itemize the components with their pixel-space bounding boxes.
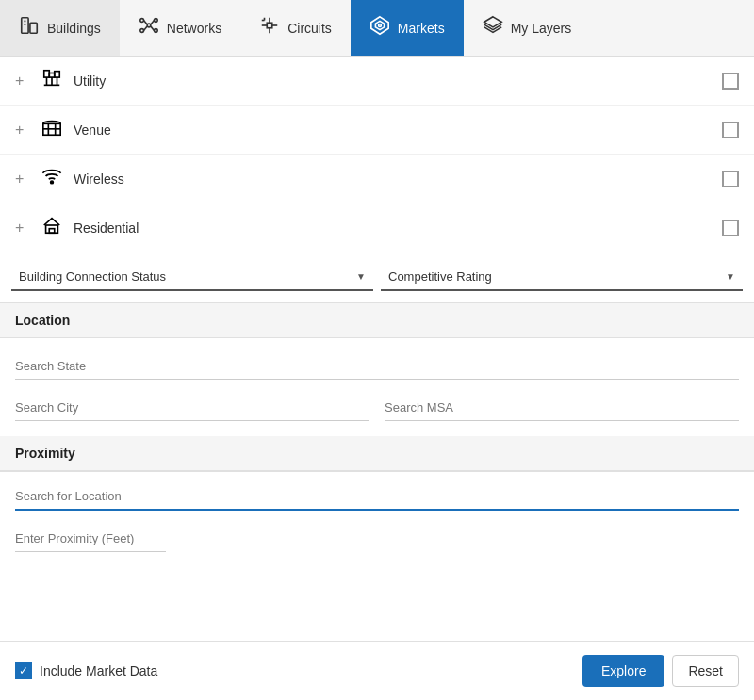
svg-rect-13 (267, 23, 272, 28)
search-state-input[interactable] (15, 353, 739, 380)
nav-my-layers-label: My Layers (511, 21, 572, 36)
connection-status-label: Building Connection Status (19, 269, 166, 284)
connection-status-dropdown[interactable]: Building Connection Status ▼ (11, 264, 373, 291)
location-section (0, 338, 754, 436)
svg-marker-20 (371, 17, 388, 34)
svg-rect-1 (30, 23, 37, 33)
footer-bar: ✓ Include Market Data Explore Reset (0, 641, 754, 700)
svg-line-10 (151, 21, 155, 25)
proximity-search-input[interactable] (15, 483, 739, 511)
svg-marker-21 (375, 21, 384, 29)
include-market-label[interactable]: ✓ Include Market Data (15, 662, 157, 679)
svg-point-7 (140, 29, 144, 33)
networks-icon (139, 15, 159, 41)
footer-buttons: Explore Reset (582, 655, 739, 687)
venue-checkbox[interactable] (722, 122, 739, 138)
svg-point-4 (147, 24, 151, 27)
category-residential-row[interactable]: + Residential (0, 203, 754, 252)
utility-label: Utility (74, 73, 722, 89)
svg-rect-24 (44, 71, 50, 77)
svg-line-12 (151, 26, 155, 31)
wireless-icon (41, 166, 62, 191)
buildings-icon (19, 15, 40, 41)
svg-point-5 (140, 19, 144, 23)
wireless-checkbox[interactable] (722, 171, 739, 187)
svg-rect-0 (22, 18, 28, 34)
categories-list: + Utility + Venue + (0, 57, 754, 252)
svg-point-8 (154, 29, 157, 33)
city-msa-row (15, 395, 739, 421)
nav-my-layers[interactable]: My Layers (464, 0, 591, 56)
search-msa-input[interactable] (385, 395, 739, 421)
competitive-rating-label: Competitive Rating (388, 269, 492, 284)
utility-checkbox[interactable] (722, 73, 739, 90)
residential-icon (41, 215, 62, 240)
include-market-checkbox[interactable]: ✓ (15, 662, 32, 679)
nav-networks-label: Networks (167, 21, 221, 36)
nav-buildings-label: Buildings (47, 21, 101, 36)
location-section-title: Location (15, 313, 70, 328)
svg-rect-25 (49, 73, 55, 78)
category-utility-row[interactable]: + Utility (0, 57, 754, 106)
connection-status-arrow-icon: ▼ (356, 271, 366, 282)
utility-expand-icon: + (15, 73, 30, 90)
circuits-icon (259, 15, 280, 41)
nav-networks[interactable]: Networks (120, 0, 240, 56)
svg-line-9 (143, 21, 147, 25)
category-venue-row[interactable]: + Venue (0, 106, 754, 155)
competitive-rating-dropdown[interactable]: Competitive Rating ▼ (381, 264, 743, 291)
my-layers-icon (483, 15, 503, 41)
svg-point-35 (51, 181, 54, 184)
svg-line-11 (143, 26, 147, 31)
competitive-rating-arrow-icon: ▼ (726, 271, 735, 282)
include-market-text: Include Market Data (40, 663, 157, 678)
venue-expand-icon: + (15, 122, 30, 138)
svg-rect-26 (55, 72, 60, 77)
proximity-section-header: Proximity (0, 436, 754, 471)
svg-point-6 (154, 19, 157, 23)
nav-markets[interactable]: Markets (351, 0, 464, 56)
proximity-section (0, 471, 754, 563)
reset-button[interactable]: Reset (672, 655, 739, 687)
residential-label: Residential (74, 220, 722, 236)
venue-icon (41, 117, 62, 142)
venue-label: Venue (74, 122, 722, 138)
wireless-label: Wireless (74, 171, 722, 187)
category-wireless-row[interactable]: + Wireless (0, 155, 754, 203)
explore-button[interactable]: Explore (582, 655, 664, 687)
search-city-input[interactable] (15, 395, 369, 421)
residential-expand-icon: + (15, 220, 30, 236)
proximity-feet-input[interactable] (15, 526, 166, 552)
utility-icon (41, 68, 62, 93)
proximity-section-title: Proximity (15, 446, 75, 461)
nav-circuits[interactable]: Circuits (240, 0, 351, 56)
nav-markets-label: Markets (398, 21, 445, 36)
residential-checkbox[interactable] (722, 220, 739, 236)
nav-buildings[interactable]: Buildings (0, 0, 120, 56)
navigation-bar: Buildings Networks Circuits (0, 0, 754, 57)
wireless-expand-icon: + (15, 171, 30, 187)
svg-point-22 (378, 24, 381, 27)
filter-row: Building Connection Status ▼ Competitive… (0, 252, 754, 303)
nav-circuits-label: Circuits (287, 21, 332, 36)
svg-rect-37 (49, 229, 55, 234)
markets-icon (369, 15, 390, 41)
location-section-header: Location (0, 303, 754, 338)
